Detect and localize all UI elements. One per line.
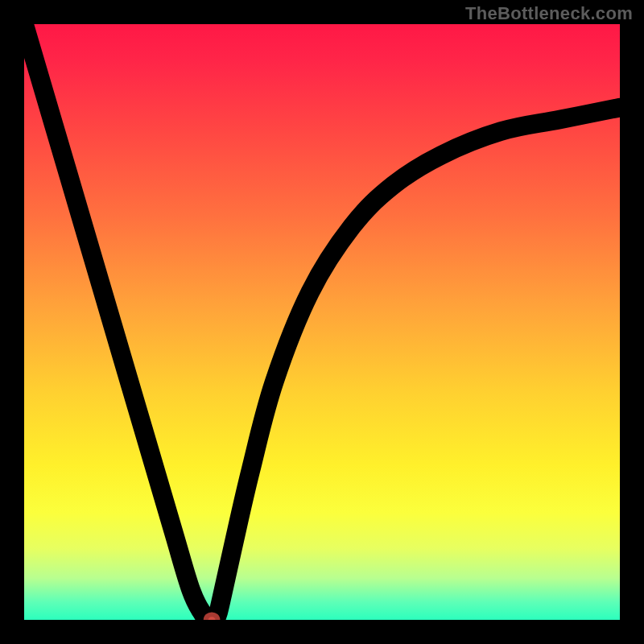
curve-svg bbox=[24, 24, 620, 620]
chart-frame: TheBottleneck.com bbox=[0, 0, 644, 644]
watermark-text: TheBottleneck.com bbox=[465, 3, 633, 24]
bottleneck-curve bbox=[24, 24, 620, 620]
plot-area bbox=[24, 24, 620, 620]
min-point-marker bbox=[206, 614, 218, 620]
